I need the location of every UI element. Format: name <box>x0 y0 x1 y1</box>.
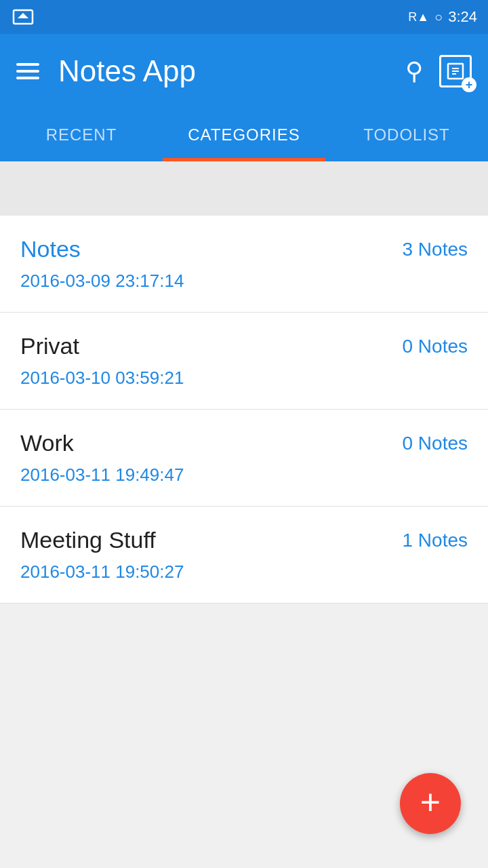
category-date: 2016-03-11 19:49:47 <box>20 465 184 486</box>
app-bar: Notes App ⚲ <box>0 34 488 108</box>
tab-recent[interactable]: RECENT <box>0 108 163 161</box>
signal-icon: R▲ <box>408 10 429 24</box>
category-date: 2016-03-09 23:17:14 <box>20 271 184 292</box>
category-notes-count: 1 Notes <box>403 530 468 551</box>
search-icon[interactable]: ⚲ <box>405 57 423 85</box>
category-name: Privat <box>20 333 184 359</box>
category-date: 2016-03-11 19:50:27 <box>20 561 184 583</box>
status-bar: R▲ ○ 3:24 <box>0 0 488 34</box>
fab-plus-icon: + <box>420 785 441 820</box>
fab-add-button[interactable]: + <box>400 773 461 834</box>
status-bar-right: R▲ ○ 3:24 <box>408 8 477 26</box>
category-name: Notes <box>20 236 184 262</box>
tab-categories[interactable]: CATEGORIES <box>163 108 325 161</box>
category-name: Work <box>20 430 184 456</box>
tab-todolist[interactable]: TODOLIST <box>325 108 488 161</box>
category-info: Meeting Stuff 2016-03-11 19:50:27 <box>20 527 184 583</box>
app-bar-actions: ⚲ <box>405 55 472 87</box>
battery-icon: ○ <box>434 9 443 25</box>
list-item[interactable]: Notes 2016-03-09 23:17:14 3 Notes <box>0 216 488 313</box>
list-item[interactable]: Privat 2016-03-10 03:59:21 0 Notes <box>0 313 488 410</box>
clock: 3:24 <box>448 8 477 26</box>
category-notes-count: 3 Notes <box>403 239 468 260</box>
menu-icon[interactable] <box>16 63 39 79</box>
tabs: RECENT CATEGORIES TODOLIST <box>0 108 488 161</box>
category-info: Notes 2016-03-09 23:17:14 <box>20 236 184 292</box>
category-name: Meeting Stuff <box>20 527 184 553</box>
category-notes-count: 0 Notes <box>403 336 468 357</box>
add-notebook-icon[interactable] <box>439 55 472 87</box>
status-bar-left <box>11 5 35 29</box>
spacer <box>0 161 488 216</box>
list-item[interactable]: Meeting Stuff 2016-03-11 19:50:27 1 Note… <box>0 507 488 604</box>
category-date: 2016-03-10 03:59:21 <box>20 368 184 389</box>
category-info: Work 2016-03-11 19:49:47 <box>20 430 184 486</box>
list-item[interactable]: Work 2016-03-11 19:49:47 0 Notes <box>0 410 488 507</box>
category-notes-count: 0 Notes <box>403 433 468 454</box>
category-list: Notes 2016-03-09 23:17:14 3 Notes Privat… <box>0 216 488 604</box>
category-info: Privat 2016-03-10 03:59:21 <box>20 333 184 389</box>
app-title: Notes App <box>58 54 386 88</box>
